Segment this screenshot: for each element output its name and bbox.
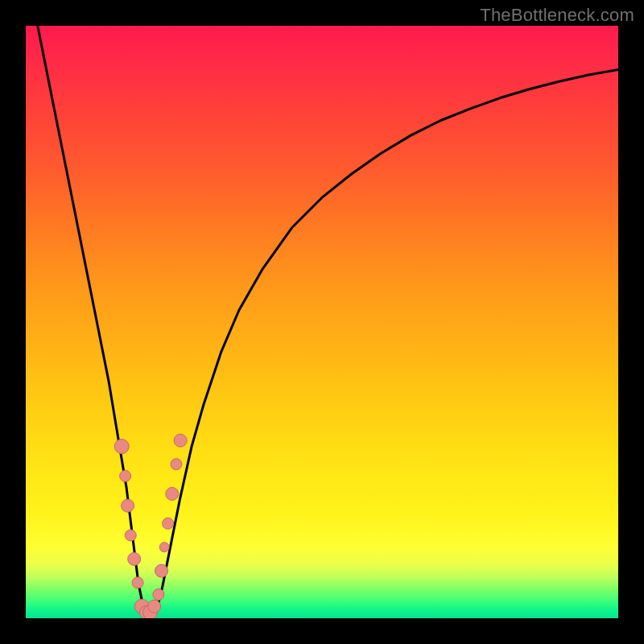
data-point-marker xyxy=(159,543,169,552)
data-point-marker xyxy=(125,530,136,541)
data-point-marker xyxy=(171,459,182,470)
data-point-marker xyxy=(122,499,134,512)
data-point-marker xyxy=(148,600,161,613)
data-point-marker xyxy=(128,552,141,565)
chart-plot-area xyxy=(26,26,618,618)
data-point-marker xyxy=(114,440,129,454)
data-point-marker xyxy=(163,518,174,529)
data-point-marker xyxy=(132,577,143,588)
data-point-marker xyxy=(166,487,179,500)
attribution-label: TheBottleneck.com xyxy=(480,5,634,26)
data-point-marker xyxy=(153,589,164,601)
bottleneck-curve xyxy=(26,26,618,618)
chart-svg xyxy=(26,26,618,618)
data-point-marker xyxy=(120,470,131,481)
data-point-marker xyxy=(155,564,168,577)
data-point-marker xyxy=(174,434,187,447)
chart-outer-frame: TheBottleneck.com xyxy=(0,0,644,644)
